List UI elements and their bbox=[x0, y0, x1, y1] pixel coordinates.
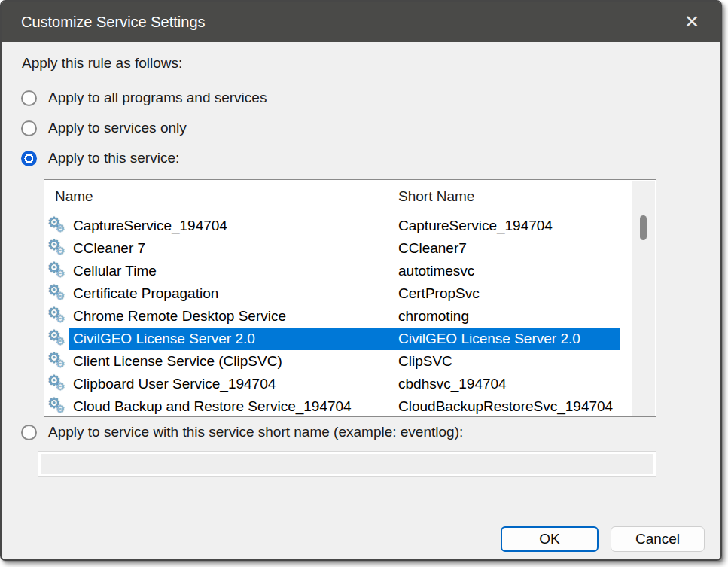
service-gears-icon: ⚙⚙ bbox=[47, 238, 69, 259]
service-short-name: CivilGEO License Server 2.0 bbox=[398, 331, 580, 347]
service-name: Certificate Propagation bbox=[73, 285, 218, 302]
service-row[interactable]: ⚙⚙Client License Service (ClipSVC)ClipSV… bbox=[44, 350, 632, 373]
radio-row-all-programs[interactable]: Apply to all programs and services bbox=[21, 90, 267, 106]
service-gears-icon: ⚙⚙ bbox=[47, 306, 69, 327]
service-name: CaptureService_194704 bbox=[73, 218, 227, 234]
service-listbox: Name Short Name ⚙⚙CaptureService_194704C… bbox=[44, 179, 656, 417]
customize-service-settings-dialog: Customize Service Settings ✕ Apply this … bbox=[0, 0, 722, 561]
service-short-name: CCleaner7 bbox=[398, 240, 467, 257]
close-icon[interactable]: ✕ bbox=[672, 2, 711, 42]
service-gears-icon: ⚙⚙ bbox=[47, 351, 69, 372]
radio-button-this-service[interactable] bbox=[21, 151, 37, 166]
ok-button[interactable]: OK bbox=[501, 526, 599, 552]
service-name: Cellular Time bbox=[73, 263, 157, 279]
service-gears-icon: ⚙⚙ bbox=[47, 373, 69, 395]
radio-label: Apply to service with this service short… bbox=[48, 424, 463, 440]
service-row[interactable]: ⚙⚙CCleaner 7CCleaner7 bbox=[44, 237, 632, 260]
radio-row-services-only[interactable]: Apply to services only bbox=[21, 120, 187, 136]
service-name: Chrome Remote Desktop Service bbox=[73, 308, 286, 325]
radio-button-service-short-name[interactable] bbox=[21, 425, 37, 440]
service-name: CivilGEO License Server 2.0 bbox=[73, 331, 255, 347]
radio-label: Apply to this service: bbox=[48, 150, 179, 166]
service-short-name: CaptureService_194704 bbox=[398, 218, 553, 234]
column-header-name[interactable]: Name bbox=[44, 180, 388, 213]
service-list-rows: ⚙⚙CaptureService_194704CaptureService_19… bbox=[44, 215, 632, 416]
radio-row-this-service[interactable]: Apply to this service: bbox=[21, 150, 179, 166]
service-gears-icon: ⚙⚙ bbox=[47, 215, 69, 236]
service-short-name: ClipSVC bbox=[398, 353, 452, 370]
service-short-name: CertPropSvc bbox=[398, 285, 480, 302]
service-row[interactable]: ⚙⚙Chrome Remote Desktop Servicechromotin… bbox=[44, 305, 632, 328]
cancel-button[interactable]: Cancel bbox=[611, 526, 705, 552]
radio-label: Apply to all programs and services bbox=[48, 90, 267, 106]
service-row[interactable]: ⚙⚙Cellular Timeautotimesvc bbox=[44, 260, 632, 282]
service-short-name: chromoting bbox=[398, 308, 469, 325]
radio-button-services-only[interactable] bbox=[21, 120, 37, 136]
service-short-name: CloudBackupRestoreSvc_194704 bbox=[398, 398, 613, 415]
service-gears-icon: ⚙⚙ bbox=[47, 396, 69, 416]
scrollbar-track[interactable] bbox=[632, 181, 655, 416]
scrollbar-thumb[interactable] bbox=[640, 215, 647, 240]
service-short-name: autotimesvc bbox=[398, 263, 474, 279]
service-row[interactable]: ⚙⚙CivilGEO License Server 2.0CivilGEO Li… bbox=[44, 328, 632, 350]
window-title: Customize Service Settings bbox=[21, 14, 206, 31]
title-bar: Customize Service Settings ✕ bbox=[2, 2, 720, 42]
column-header-short-name[interactable]: Short Name bbox=[388, 180, 474, 213]
radio-label: Apply to services only bbox=[48, 120, 187, 136]
service-name: Clipboard User Service_194704 bbox=[73, 376, 276, 392]
list-header: Name Short Name bbox=[44, 180, 656, 213]
apply-rule-label: Apply this rule as follows: bbox=[22, 55, 182, 72]
service-name: Client License Service (ClipSVC) bbox=[73, 353, 282, 370]
service-gears-icon: ⚙⚙ bbox=[47, 283, 69, 304]
service-short-name: cbdhsvc_194704 bbox=[398, 376, 507, 392]
service-row[interactable]: ⚙⚙Cloud Backup and Restore Service_19470… bbox=[44, 395, 632, 416]
service-gears-icon: ⚙⚙ bbox=[47, 261, 69, 282]
service-row[interactable]: ⚙⚙Clipboard User Service_194704cbdhsvc_1… bbox=[44, 373, 632, 395]
radio-button-all-programs[interactable] bbox=[21, 90, 37, 106]
service-row[interactable]: ⚙⚙CaptureService_194704CaptureService_19… bbox=[44, 215, 632, 237]
service-gears-icon: ⚙⚙ bbox=[47, 328, 69, 349]
service-short-name-input[interactable] bbox=[38, 451, 656, 477]
radio-row-service-short-name[interactable]: Apply to service with this service short… bbox=[21, 424, 463, 440]
service-row[interactable]: ⚙⚙Certificate PropagationCertPropSvc bbox=[44, 282, 632, 305]
service-name: Cloud Backup and Restore Service_194704 bbox=[73, 398, 352, 415]
service-name: CCleaner 7 bbox=[73, 240, 145, 257]
